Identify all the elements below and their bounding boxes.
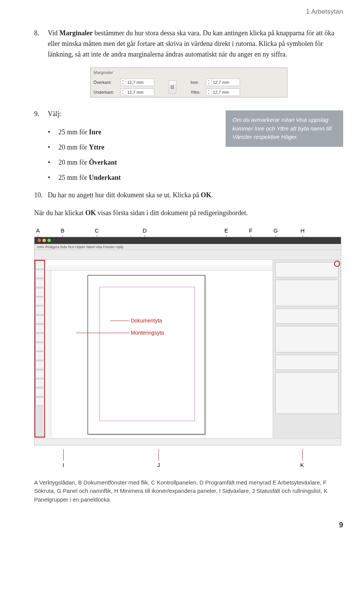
step-body: Du har nu angett hur ditt dokument ska s… <box>48 190 343 201</box>
list-item: 20 mm för Överkant <box>48 157 210 168</box>
label-c: C <box>95 226 99 235</box>
label-j: J <box>157 461 160 469</box>
label-i: I <box>63 461 64 469</box>
panel-group[interactable] <box>275 308 339 324</box>
field-underkant[interactable]: ▲▼ 12,7 mm <box>120 88 154 96</box>
step-8: 8. Vid Marginaler bestämmer du hur stora… <box>34 28 343 60</box>
text-bold: OK <box>201 191 211 199</box>
margin-guides <box>99 287 195 421</box>
stepper-icon[interactable]: ▲▼ <box>121 79 126 86</box>
stepper-icon[interactable]: ▲▼ <box>206 89 212 96</box>
step-number: 9. <box>34 109 48 120</box>
text-bold: OK <box>85 209 96 217</box>
value-overkant: 12,7 mm <box>126 79 154 86</box>
field-overkant[interactable]: ▲▼ 12,7 mm <box>120 79 154 86</box>
margins-panel: Marginaler Överkant: ▲▼ 12,7 mm Underkan… <box>90 68 287 98</box>
list-item: 20 mm för Yttre <box>48 142 210 153</box>
panel-dock[interactable] <box>273 260 341 438</box>
label-k: K <box>300 461 304 469</box>
close-icon[interactable] <box>38 239 41 242</box>
text: När du har klickat <box>34 209 85 217</box>
callout-dokumentyta: Dokumentyta <box>133 317 164 325</box>
panel-group[interactable] <box>275 355 339 370</box>
window-titlebar <box>35 237 341 244</box>
pasteboard[interactable] <box>53 272 271 437</box>
ruler-horizontal[interactable] <box>46 265 273 271</box>
text: Du har nu angett hur ditt dokument ska s… <box>48 191 201 199</box>
app-window: Arkiv Redigera Sida Text Objekt Tabell V… <box>34 237 341 445</box>
zoom-icon[interactable] <box>47 239 51 242</box>
label-b: B <box>61 226 64 235</box>
step-9: 9. Välj: <box>34 109 210 120</box>
text: 25 mm för <box>58 128 89 136</box>
step-number: 10. <box>34 190 48 201</box>
ruler-vertical[interactable] <box>46 271 51 437</box>
callout-label: Dokumentyta <box>131 318 162 324</box>
text-bold: Underkant <box>89 174 121 181</box>
text-bold: Inre <box>89 128 102 136</box>
value-underkant: 12,7 mm <box>126 89 154 96</box>
minimize-icon[interactable] <box>42 239 46 242</box>
panel-group[interactable] <box>275 372 339 414</box>
diagram-caption: A Verktygslådan, B Dokumentfönster med f… <box>34 478 343 504</box>
list-item: 25 mm för Inre <box>48 127 210 138</box>
callout-outline-h <box>334 261 340 267</box>
stepper-icon[interactable]: ▲▼ <box>121 89 126 96</box>
label-underkant: Underkant: <box>94 89 120 96</box>
panel-group[interactable] <box>275 262 339 277</box>
text: 20 mm för <box>58 143 89 151</box>
label-inre: Inre: <box>191 79 206 86</box>
text: 20 mm för <box>58 159 89 166</box>
label-d: D <box>143 226 147 235</box>
status-bar[interactable] <box>35 438 341 445</box>
step-body: Välj: <box>48 109 210 120</box>
field-yttre[interactable]: ▲▼ 12,7 mm <box>206 88 240 96</box>
label-g: G <box>273 226 278 235</box>
text: visas första sidan i ditt dokument på re… <box>96 209 248 217</box>
field-inre[interactable]: ▲▼ 12,7 mm <box>206 79 240 86</box>
step-9-row: 9. Välj: 25 mm för Inre 20 mm för Yttre … <box>34 109 343 190</box>
bullet-list: 25 mm för Inre 20 mm för Yttre 20 mm för… <box>34 127 210 183</box>
value-inre: 12,7 mm <box>212 79 240 86</box>
label-h: H <box>301 226 305 235</box>
section-header: 1 Arbetsytan <box>34 0 343 28</box>
document-page[interactable] <box>88 275 205 434</box>
text: 25 mm för <box>58 174 89 181</box>
value-yttre: 12,7 mm <box>212 89 240 96</box>
label-f: F <box>249 226 253 235</box>
panel-group[interactable] <box>275 326 339 352</box>
callout-monteringsyta: Monteringsyta <box>133 329 166 337</box>
menubar[interactable]: Arkiv Redigera Sida Text Objekt Tabell V… <box>35 244 341 250</box>
page-number: 9 <box>34 519 343 531</box>
step-body: Vid Marginaler bestämmer du hur stora de… <box>48 28 343 60</box>
text: . <box>211 191 213 199</box>
text: Vid <box>48 29 59 37</box>
panel-title: Marginaler <box>91 68 287 77</box>
callout-outline-a <box>35 260 45 437</box>
text-bold: Marginaler <box>59 29 93 37</box>
diagram-labels-top: A B C D E F G H <box>34 226 343 235</box>
step-number: 8. <box>34 28 48 60</box>
text-bold: Överkant <box>89 159 117 166</box>
diagram-labels-bottom: I J K <box>34 461 343 469</box>
label-yttre: Yttre: <box>191 89 206 96</box>
control-panel-bar[interactable] <box>35 250 341 260</box>
step-10: 10. Du har nu angett hur ditt dokument s… <box>34 190 343 201</box>
callout-label: Monteringsyta <box>131 330 164 336</box>
note-box: Om du avmarkerar rutan Visa uppslag komm… <box>226 110 343 147</box>
label-a: A <box>36 226 40 235</box>
label-e: E <box>224 226 228 235</box>
label-overkant: Överkant: <box>94 79 120 86</box>
stepper-icon[interactable]: ▲▼ <box>206 79 212 86</box>
link-icon[interactable]: ⛓ <box>169 80 176 94</box>
workspace-diagram: A B C D E F G H Arkiv Redigera Sida Text… <box>34 226 343 469</box>
text-bold: Yttre <box>89 143 105 151</box>
paragraph: När du har klickat OK visas första sidan… <box>34 208 343 219</box>
panel-group[interactable] <box>275 280 339 306</box>
list-item: 25 mm för Underkant <box>48 173 210 183</box>
